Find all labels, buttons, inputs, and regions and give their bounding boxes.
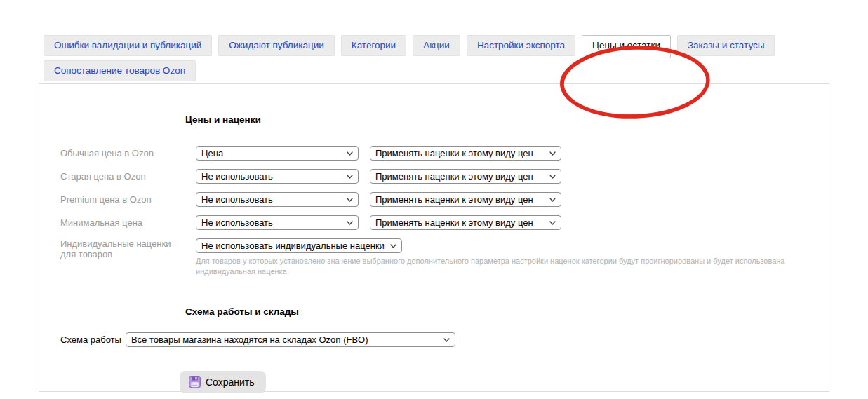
individual-markup-value: Не использовать индивидуальные наценки [201,241,385,251]
tab-orders-and-statuses[interactable]: Заказы и статусы [677,35,775,56]
old-price-source-select[interactable]: Не использовать [196,169,359,184]
floppy-disk-icon [189,376,201,388]
settings-panel: Цены и наценки Обычная цена в Ozon Цена … [39,83,829,392]
prices-section-heading: Цены и наценки [185,84,829,125]
work-scheme-select[interactable]: Все товары магазина находятся на складах… [126,332,455,347]
chevron-down-icon [390,244,396,248]
chevron-down-icon [549,175,556,179]
minimal-price-markup-select[interactable]: Применять наценки к этому виду цен [370,215,561,230]
regular-price-markup-value: Применять наценки к этому виду цен [375,148,533,158]
regular-price-source-select[interactable]: Цена [196,146,359,161]
old-price-markup-value: Применять наценки к этому виду цен [375,171,533,182]
form-row-minimal-price: Минимальная цена Не использовать Применя… [60,215,829,230]
individual-markup-select[interactable]: Не использовать индивидуальные наценки [196,238,402,253]
chevron-down-icon [347,175,353,179]
form-row-work-scheme: Схема работы Все товары магазина находят… [60,332,829,347]
work-scheme-value: Все товары магазина находятся на складах… [131,334,368,345]
tab-prices-and-stocks[interactable]: Цены и остатки [582,35,671,58]
tab-export-settings[interactable]: Настройки экспорта [467,35,575,56]
tab-row-1: Ошибки валидации и публикаций Ожидают пу… [44,35,829,56]
premium-price-label: Premium цена в Ozon [60,194,185,205]
individual-markup-help-text: Для товаров у которых установлено значен… [196,256,829,277]
chevron-down-icon [549,198,556,202]
form-row-old-price: Старая цена в Ozon Не использовать Приме… [60,169,829,184]
tab-row-2: Сопоставление товаров Ozon [44,60,829,81]
regular-price-source-value: Цена [201,148,223,158]
old-price-label: Старая цена в Ozon [60,171,185,182]
save-button[interactable]: Сохранить [180,371,266,393]
tab-validation-errors[interactable]: Ошибки валидации и публикаций [44,35,212,56]
premium-price-markup-value: Применять наценки к этому виду цен [375,194,533,205]
tab-promotions[interactable]: Акции [413,35,460,56]
tab-pending-publication[interactable]: Ожидают публикации [218,35,335,56]
regular-price-label: Обычная цена в Ozon [60,148,185,158]
chevron-down-icon [443,338,450,342]
minimal-price-source-select[interactable]: Не использовать [196,215,359,230]
scheme-section-heading: Схема работы и склады [185,306,829,317]
old-price-source-value: Не использовать [201,171,273,182]
form-row-regular-price: Обычная цена в Ozon Цена Применять нацен… [60,146,829,161]
form-row-premium-price: Premium цена в Ozon Не использовать Прим… [60,192,829,207]
save-button-label: Сохранить [206,377,255,388]
chevron-down-icon [549,151,556,156]
minimal-price-source-value: Не использовать [201,217,273,228]
form-row-individual-markup: Индивидуальные наценки для товаров Не ис… [60,238,829,277]
page: Ошибки валидации и публикаций Ожидают пу… [0,35,868,399]
work-scheme-label: Схема работы [60,334,121,345]
individual-markup-label: Индивидуальные наценки для товаров [60,238,185,259]
prices-form: Обычная цена в Ozon Цена Применять нацен… [39,146,829,277]
tab-categories[interactable]: Категории [341,35,406,56]
premium-price-source-select[interactable]: Не использовать [196,192,359,207]
chevron-down-icon [549,221,556,225]
regular-price-markup-select[interactable]: Применять наценки к этому виду цен [370,146,561,161]
tab-bar: Ошибки валидации и публикаций Ожидают пу… [39,35,829,81]
old-price-markup-select[interactable]: Применять наценки к этому виду цен [370,169,561,184]
minimal-price-label: Минимальная цена [60,217,185,228]
minimal-price-markup-value: Применять наценки к этому виду цен [375,217,533,228]
chevron-down-icon [347,221,353,225]
chevron-down-icon [347,151,353,156]
premium-price-source-value: Не использовать [201,194,273,205]
individual-markup-field: Не использовать индивидуальные наценки Д… [196,238,829,277]
chevron-down-icon [347,198,353,202]
premium-price-markup-select[interactable]: Применять наценки к этому виду цен [370,192,561,207]
tab-ozon-product-matching[interactable]: Сопоставление товаров Ozon [44,60,196,81]
